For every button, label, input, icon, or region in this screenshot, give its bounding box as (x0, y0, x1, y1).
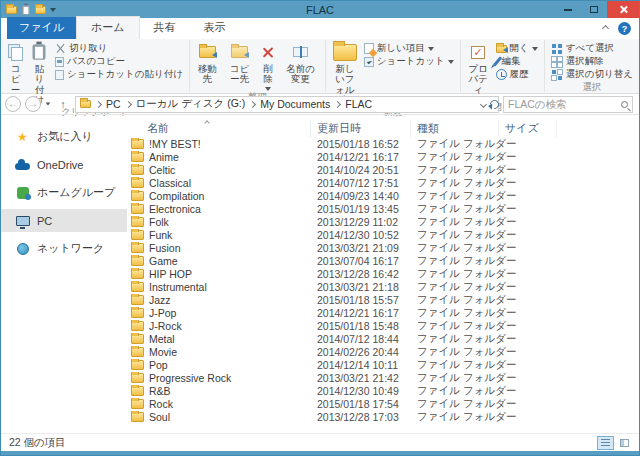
qat-dropdown-icon[interactable] (50, 8, 56, 12)
breadcrumb[interactable]: PC ローカル ディスク (G:) My Documents FLAC (75, 96, 499, 113)
back-button[interactable]: ← (5, 96, 21, 112)
file-row[interactable]: Game 2013/07/04 16:17 ファイル フォルダー (127, 254, 639, 267)
tab-share[interactable]: 共有 (140, 17, 190, 39)
new-item-icon (364, 43, 374, 54)
file-row[interactable]: Metal 2014/07/12 18:44 ファイル フォルダー (127, 332, 639, 345)
close-button[interactable] (607, 1, 639, 18)
select-all-button[interactable]: すべて選択 (548, 42, 636, 55)
select-none-button[interactable]: 選択解除 (548, 55, 636, 68)
file-row[interactable]: Compilation 2014/09/23 14:40 ファイル フォルダー (127, 189, 639, 202)
sidebar-item[interactable]: ホームグループ (1, 181, 127, 204)
tab-file[interactable]: ファイル (7, 17, 76, 39)
sidebar-item[interactable]: PC (1, 209, 127, 232)
file-row[interactable]: HIP HOP 2013/12/28 16:42 ファイル フォルダー (127, 267, 639, 280)
file-name: J-Pop (149, 307, 176, 319)
properties-button[interactable]: ✓ プロパティ (464, 40, 493, 101)
file-name: Classical (149, 177, 191, 189)
file-row[interactable]: Electronica 2015/01/19 13:45 ファイル フォルダー (127, 202, 639, 215)
sidebar-item[interactable]: ネットワーク (1, 237, 127, 260)
copy-path-button[interactable]: パスのコピー (52, 55, 186, 68)
cut-button[interactable]: 切り取り (52, 42, 186, 55)
file-row[interactable]: Funk 2014/12/30 10:52 ファイル フォルダー (127, 228, 639, 241)
file-row[interactable]: R&B 2014/12/30 10:49 ファイル フォルダー (127, 384, 639, 397)
homegroup-icon (17, 187, 29, 199)
breadcrumb-separator-icon (125, 100, 132, 107)
file-row[interactable]: Anime 2014/12/21 16:17 ファイル フォルダー (127, 150, 639, 163)
delete-button[interactable]: 削除 (257, 40, 279, 91)
shortcut-button[interactable]: ショートカット (361, 55, 457, 68)
file-modified-date: 2013/12/28 17:03 (311, 411, 411, 423)
file-row[interactable]: Fusion 2013/03/21 21:09 ファイル フォルダー (127, 241, 639, 254)
search-box[interactable] (503, 96, 633, 113)
paste-icon[interactable] (22, 5, 30, 15)
tab-view[interactable]: 表示 (190, 17, 240, 39)
properties-icon: ✓ (471, 46, 485, 59)
file-type: ファイル フォルダー (411, 202, 499, 216)
file-row[interactable]: Instrumental 2013/03/21 21:18 ファイル フォルダー (127, 280, 639, 293)
folder-icon[interactable] (35, 6, 46, 14)
recent-locations-icon[interactable] (46, 102, 51, 105)
file-type: ファイル フォルダー (411, 280, 499, 294)
details-view-button[interactable] (597, 436, 614, 450)
invert-selection-button[interactable]: 選択の切り替え (548, 68, 636, 81)
file-type: ファイル フォルダー (411, 345, 499, 359)
search-icon[interactable] (621, 101, 628, 108)
column-header-type[interactable]: 種類 (411, 120, 499, 137)
file-row[interactable]: J-Rock 2015/01/18 15:48 ファイル フォルダー (127, 319, 639, 332)
copy-button[interactable]: コピー (4, 40, 27, 95)
file-row[interactable]: Rock 2015/01/18 17:54 ファイル フォルダー (127, 397, 639, 410)
folder-icon[interactable] (6, 6, 17, 14)
sidebar-item[interactable]: お気に入り (1, 125, 127, 148)
thumbnails-view-button[interactable] (616, 436, 633, 450)
folder-icon (131, 217, 144, 227)
help-icon[interactable]: ? (618, 22, 631, 35)
file-type: ファイル フォルダー (411, 137, 499, 151)
rename-button[interactable]: 名前の変更 (279, 40, 321, 85)
file-row[interactable]: J-Pop 2014/12/21 16:17 ファイル フォルダー (127, 306, 639, 319)
sidebar-item[interactable]: OneDrive (1, 153, 127, 176)
file-row[interactable]: Celtic 2014/10/24 20:51 ファイル フォルダー (127, 163, 639, 176)
paste-shortcut-button[interactable]: ショートカットの貼り付け (52, 68, 186, 81)
file-row[interactable]: Folk 2013/12/29 11:02 ファイル フォルダー (127, 215, 639, 228)
file-name: Game (149, 255, 178, 267)
column-header-size[interactable]: サイズ (499, 120, 557, 137)
copy-to-button[interactable]: コピー先 (222, 40, 258, 85)
file-row[interactable]: Progressive Rock 2013/03/21 21:42 ファイル フ… (127, 371, 639, 384)
file-modified-date: 2014/02/26 20:44 (311, 346, 411, 358)
maximize-button[interactable] (581, 1, 607, 18)
paste-shortcut-icon (55, 70, 64, 80)
edit-button[interactable]: 編集 (493, 55, 541, 68)
search-input[interactable] (508, 98, 621, 110)
minimize-ribbon-icon[interactable] (602, 25, 609, 32)
minimize-button[interactable] (555, 1, 581, 18)
breadcrumb-item[interactable]: My Documents (250, 98, 330, 110)
file-row[interactable]: Soul 2013/12/28 17:03 ファイル フォルダー (127, 410, 639, 423)
move-to-button[interactable]: 移動先 (193, 40, 222, 85)
forward-button[interactable]: → (25, 96, 41, 112)
pc-icon (16, 216, 30, 226)
ribbon-aux-controls: ? (603, 22, 631, 35)
tab-home[interactable]: ホーム (76, 16, 140, 39)
file-row[interactable]: Movie 2014/02/26 20:44 ファイル フォルダー (127, 345, 639, 358)
file-modified-date: 2014/12/30 10:52 (311, 229, 411, 241)
column-header-modified[interactable]: 更新日時 (311, 120, 411, 137)
file-modified-date: 2014/09/23 14:40 (311, 190, 411, 202)
file-name: Rock (149, 398, 173, 410)
up-button[interactable]: ↑ (55, 96, 71, 112)
file-modified-date: 2014/12/30 10:49 (311, 385, 411, 397)
file-row[interactable]: !MY BEST! 2015/01/18 16:52 ファイル フォルダー (127, 137, 639, 150)
file-row[interactable]: Classical 2014/07/12 17:51 ファイル フォルダー (127, 176, 639, 189)
history-button[interactable]: 履歴 (493, 68, 541, 81)
folder-icon (131, 399, 144, 409)
breadcrumb-item[interactable]: PC (96, 98, 121, 110)
file-type: ファイル フォルダー (411, 228, 499, 242)
file-row[interactable]: Jazz 2015/01/18 15:57 ファイル フォルダー (127, 293, 639, 306)
breadcrumb-separator-icon (334, 100, 341, 107)
file-name: Celtic (149, 164, 175, 176)
breadcrumb-item[interactable]: FLAC (335, 98, 372, 110)
breadcrumb-item[interactable]: ローカル ディスク (G:) (126, 97, 246, 111)
file-row[interactable]: Pop 2014/12/14 10:11 ファイル フォルダー (127, 358, 639, 371)
open-button[interactable]: 開く (493, 42, 541, 55)
column-header-name[interactable]: 名前 (127, 120, 311, 137)
new-item-button[interactable]: 新しい項目 (361, 42, 457, 55)
